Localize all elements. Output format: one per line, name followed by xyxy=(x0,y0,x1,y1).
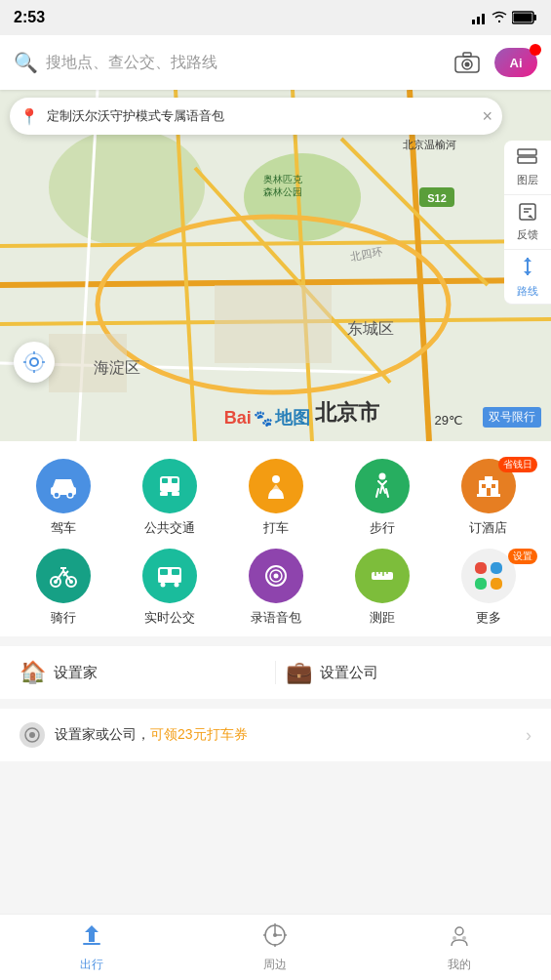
voice-label: 录语音包 xyxy=(251,609,301,627)
home-link-text: 设置家 xyxy=(54,664,98,682)
feedback-button[interactable]: 反馈 xyxy=(504,195,551,250)
feedback-icon xyxy=(519,203,536,225)
map-controls: 图层 反馈 路线 xyxy=(504,141,551,305)
func-realbus[interactable]: 实时公交 xyxy=(116,549,222,627)
func-hotel[interactable]: 省钱日 订酒店 xyxy=(435,459,541,537)
svg-text:海淀区: 海淀区 xyxy=(94,359,140,376)
mine-tab-icon xyxy=(447,922,472,954)
svg-rect-82 xyxy=(83,943,100,945)
func-walk[interactable]: 步行 xyxy=(329,459,435,537)
signal-icon xyxy=(471,10,487,25)
layers-icon xyxy=(517,148,538,171)
svg-point-65 xyxy=(69,580,73,584)
route-button[interactable]: 路线 xyxy=(504,250,551,305)
promo-bar[interactable]: 设置家或公司，可领23元打车券 › xyxy=(0,709,551,761)
more-badge: 设置 xyxy=(508,549,537,564)
notification-banner: 📍 定制沃尔沃守护模式专属语音包 × xyxy=(10,98,502,135)
promo-arrow-icon: › xyxy=(526,725,531,746)
svg-point-81 xyxy=(29,732,35,738)
svg-rect-71 xyxy=(158,581,181,583)
map-background: S12 奥林匹克 森林公园 北京温榆河 北四环 海淀区 东城区 xyxy=(0,90,551,441)
temperature-badge: 29℃ xyxy=(435,413,463,428)
svg-point-12 xyxy=(244,153,361,241)
restriction-badge: 双号限行 xyxy=(483,407,541,428)
measure-icon xyxy=(355,549,410,603)
svg-rect-34 xyxy=(518,149,536,155)
svg-point-55 xyxy=(378,473,385,480)
svg-rect-8 xyxy=(463,53,471,57)
camera-button[interactable] xyxy=(450,45,485,80)
travel-tab-label: 出行 xyxy=(80,957,103,973)
set-home-link[interactable]: 🏠 设置家 xyxy=(20,660,265,685)
bottom-tabs: 出行 周边 我的 xyxy=(0,914,551,980)
notification-close-button[interactable]: × xyxy=(482,106,492,127)
svg-rect-5 xyxy=(514,14,532,22)
realbus-icon xyxy=(142,549,197,603)
svg-rect-57 xyxy=(485,476,492,480)
svg-rect-53 xyxy=(172,492,179,496)
func-drive[interactable]: 驾车 xyxy=(10,459,116,537)
func-more[interactable]: 设置 更多 xyxy=(435,549,541,627)
battery-icon xyxy=(512,11,537,24)
svg-text:东城区: 东城区 xyxy=(347,320,394,337)
taxi-icon xyxy=(249,459,303,513)
baidu-paw-icon: 🐾 xyxy=(254,409,273,428)
home-icon: 🏠 xyxy=(20,660,46,685)
set-company-link[interactable]: 💼 设置公司 xyxy=(286,660,531,685)
ai-badge xyxy=(530,44,541,56)
notification-text: 定制沃尔沃守护模式专属语音包 xyxy=(47,107,474,125)
layers-button[interactable]: 图层 xyxy=(504,141,551,195)
notification-pin-icon: 📍 xyxy=(20,107,39,126)
svg-rect-52 xyxy=(160,492,168,496)
svg-point-40 xyxy=(31,359,37,365)
location-button[interactable] xyxy=(14,342,55,383)
tab-mine[interactable]: 我的 xyxy=(368,922,551,973)
func-voice[interactable]: 录语音包 xyxy=(222,549,329,627)
location-icon xyxy=(22,350,46,374)
camera-icon xyxy=(454,52,480,73)
company-link-text: 设置公司 xyxy=(320,664,378,682)
wifi-icon xyxy=(491,11,508,24)
svg-point-91 xyxy=(462,936,466,940)
tab-travel[interactable]: 出行 xyxy=(0,922,183,973)
svg-rect-4 xyxy=(533,15,536,20)
map-area[interactable]: S12 奥林匹克 森林公园 北京温榆河 北四环 海淀区 东城区 📍 定制沃尔沃守… xyxy=(0,90,551,441)
svg-point-84 xyxy=(273,933,277,937)
svg-rect-24 xyxy=(215,285,332,363)
tab-nearby[interactable]: 周边 xyxy=(183,922,367,973)
search-bar[interactable]: 🔍 搜地点、查公交、找路线 Ai xyxy=(0,35,551,90)
svg-point-54 xyxy=(272,475,280,483)
quick-links: 🏠 设置家 💼 设置公司 xyxy=(0,646,551,699)
svg-point-48 xyxy=(67,492,73,498)
svg-rect-0 xyxy=(472,20,475,24)
nearby-tab-icon xyxy=(262,922,288,954)
status-icons xyxy=(471,10,537,25)
ai-button[interactable]: Ai xyxy=(494,48,537,77)
func-transit[interactable]: 公共交通 xyxy=(116,459,222,537)
svg-point-70 xyxy=(174,583,178,588)
layers-label: 图层 xyxy=(517,173,538,187)
svg-rect-51 xyxy=(172,478,177,483)
search-input-area[interactable]: 🔍 搜地点、查公交、找路线 xyxy=(14,51,440,74)
func-bike[interactable]: 骑行 xyxy=(10,549,116,627)
drive-label: 驾车 xyxy=(51,519,76,537)
func-measure[interactable]: 测距 xyxy=(329,549,435,627)
svg-rect-61 xyxy=(487,488,491,496)
voice-icon xyxy=(249,549,303,603)
svg-rect-59 xyxy=(482,484,486,488)
svg-point-9 xyxy=(465,62,470,67)
svg-rect-2 xyxy=(482,14,485,24)
svg-point-47 xyxy=(54,492,59,498)
ai-label: Ai xyxy=(510,56,523,70)
baidu-text-blue: 地图 xyxy=(275,406,310,429)
func-taxi[interactable]: 打车 xyxy=(222,459,329,537)
route-icon xyxy=(518,256,537,282)
quick-link-divider xyxy=(275,661,276,684)
bike-label: 骑行 xyxy=(51,609,76,627)
svg-point-69 xyxy=(160,583,165,588)
hotel-badge: 省钱日 xyxy=(498,457,537,472)
svg-text:北京温榆河: 北京温榆河 xyxy=(403,139,456,150)
promo-text: 设置家或公司，可领23元打车券 xyxy=(55,726,516,744)
travel-tab-icon xyxy=(79,922,104,954)
status-time: 2:53 xyxy=(14,9,45,26)
